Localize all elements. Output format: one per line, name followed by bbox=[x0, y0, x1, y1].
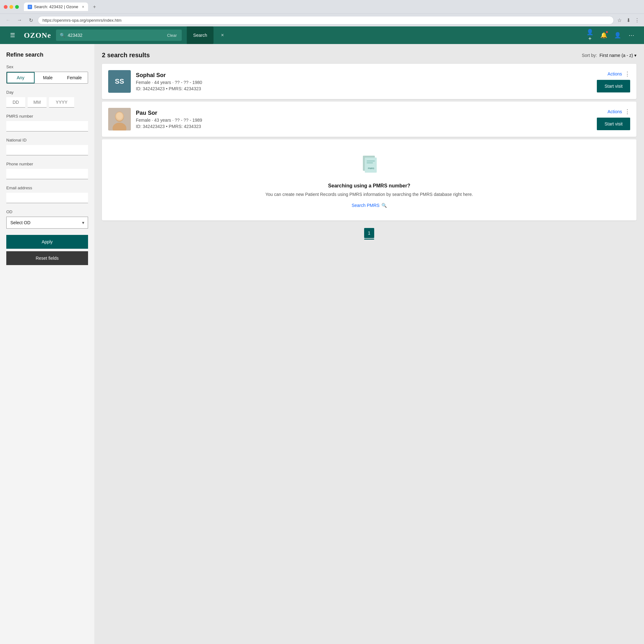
sex-label: Sex bbox=[6, 64, 88, 69]
actions-top: Actions ⋮ bbox=[608, 70, 630, 77]
pmrs-icon: PMRS bbox=[357, 152, 382, 177]
tab-title: Search: 423432 | Ozone bbox=[34, 4, 78, 9]
results-header: 2 search results Sort by: First name (a … bbox=[102, 52, 636, 59]
content-area: 2 search results Sort by: First name (a … bbox=[94, 44, 644, 644]
maximize-dot[interactable] bbox=[15, 5, 19, 9]
browser-titlebar: O Search: 423432 | Ozone × + bbox=[0, 0, 644, 14]
sex-male-button[interactable]: Male bbox=[35, 72, 61, 83]
address-text: https://openmrs-spa.org/openmrs/index.ht… bbox=[42, 18, 609, 23]
menu-icon[interactable]: ⋮ bbox=[634, 17, 640, 23]
email-input[interactable] bbox=[6, 193, 88, 203]
page-1-button[interactable]: 1 bbox=[364, 228, 374, 238]
tab-close-icon[interactable]: × bbox=[82, 5, 84, 9]
svg-rect-8 bbox=[367, 163, 373, 163]
pmrs-card-title: Searching using a PMRS number? bbox=[109, 183, 629, 189]
sort-label: Sort by: bbox=[582, 53, 597, 58]
toolbar-icons: ☆ ⬇ ⋮ bbox=[616, 17, 640, 23]
sex-female-button[interactable]: Female bbox=[61, 72, 88, 83]
od-filter: OD Select OD bbox=[6, 209, 88, 229]
search-pmrs-icon: 🔍 bbox=[381, 203, 387, 208]
date-fields bbox=[6, 97, 88, 108]
start-visit-button[interactable]: Start visit bbox=[597, 118, 630, 130]
pagination-wrapper: 1 bbox=[364, 228, 374, 240]
patient-info: Pau Sor Female · 43 years · ?? - ?? - 19… bbox=[136, 110, 592, 129]
app-header: ☰ OZONe 🔍 Clear Search × 👤+ 🔔 👤 ⋯ bbox=[0, 26, 644, 44]
patient-actions: Actions ⋮ Start visit bbox=[597, 108, 630, 130]
sort-dropdown[interactable]: First name (a - z) ▾ bbox=[599, 53, 636, 58]
browser-chrome: O Search: 423432 | Ozone × + ← → ↻ https… bbox=[0, 0, 644, 26]
pmrs-card: PMRS Searching using a PMRS number? You … bbox=[102, 139, 636, 220]
app-logo: OZONe bbox=[24, 31, 51, 40]
actions-dots-icon[interactable]: ⋮ bbox=[625, 108, 630, 115]
pmrs-card-description: You can create new Patient Records using… bbox=[109, 191, 629, 198]
day-label: Day bbox=[6, 90, 88, 95]
actions-link[interactable]: Actions bbox=[608, 71, 622, 76]
notification-button[interactable]: 🔔 bbox=[597, 29, 610, 42]
sex-any-button[interactable]: Any bbox=[7, 72, 35, 83]
pmrs-input[interactable] bbox=[6, 121, 88, 131]
clear-button[interactable]: Clear bbox=[166, 32, 178, 39]
mm-input[interactable] bbox=[28, 97, 47, 108]
od-select[interactable]: Select OD bbox=[6, 217, 88, 229]
browser-dots bbox=[4, 5, 19, 9]
svg-point-4 bbox=[116, 113, 123, 119]
actions-link[interactable]: Actions bbox=[608, 109, 622, 114]
search-pmrs-link[interactable]: Search PMRS 🔍 bbox=[352, 203, 387, 208]
svg-rect-7 bbox=[367, 161, 375, 161]
yyyy-input[interactable] bbox=[49, 97, 74, 108]
reset-button[interactable]: Reset fields bbox=[6, 251, 88, 265]
sidebar: Refine search Sex Any Male Female Day PM… bbox=[0, 44, 94, 644]
patient-details: Female · 43 years · ?? - ?? - 1989 bbox=[136, 118, 592, 123]
forward-button[interactable]: → bbox=[15, 16, 24, 25]
search-icon: 🔍 bbox=[60, 33, 65, 38]
header-icons: 👤+ 🔔 👤 ⋯ bbox=[584, 29, 638, 42]
address-bar[interactable]: https://openmrs-spa.org/openmrs/index.ht… bbox=[38, 16, 614, 25]
day-filter: Day bbox=[6, 90, 88, 108]
sidebar-title: Refine search bbox=[6, 52, 88, 58]
patient-actions: Actions ⋮ Start visit bbox=[597, 70, 630, 92]
pmrs-label: PMRS number bbox=[6, 114, 88, 119]
email-label: Email address bbox=[6, 186, 88, 190]
national-id-filter: National ID bbox=[6, 138, 88, 155]
phone-input[interactable] bbox=[6, 169, 88, 179]
tab-favicon: O bbox=[28, 5, 32, 9]
patient-card: Pau Sor Female · 43 years · ?? - ?? - 19… bbox=[102, 102, 636, 137]
browser-tab[interactable]: O Search: 423432 | Ozone × bbox=[24, 3, 88, 11]
profile-button[interactable]: 👤 bbox=[611, 29, 624, 42]
page-indicator bbox=[364, 239, 374, 240]
pagination: 1 bbox=[102, 228, 636, 240]
new-tab-button[interactable]: + bbox=[91, 3, 98, 11]
start-visit-button[interactable]: Start visit bbox=[597, 80, 630, 92]
results-count: 2 search results bbox=[102, 52, 150, 59]
avatar-photo bbox=[108, 108, 131, 130]
search-pmrs-label: Search PMRS bbox=[352, 203, 380, 208]
national-id-input[interactable] bbox=[6, 145, 88, 155]
sex-toggle: Any Male Female bbox=[6, 72, 88, 84]
patient-name: Sophal Sor bbox=[136, 72, 592, 79]
apps-button[interactable]: ⋯ bbox=[625, 29, 638, 42]
bookmark-icon[interactable]: ☆ bbox=[616, 17, 623, 23]
actions-dots-icon[interactable]: ⋮ bbox=[625, 70, 630, 77]
avatar-initials: SS bbox=[115, 77, 124, 86]
browser-toolbar: ← → ↻ https://openmrs-spa.org/openmrs/in… bbox=[0, 14, 644, 26]
actions-top: Actions ⋮ bbox=[608, 108, 630, 115]
menu-button[interactable]: ☰ bbox=[6, 29, 19, 42]
apply-button[interactable]: Apply bbox=[6, 235, 88, 249]
close-search-button[interactable]: × bbox=[219, 31, 226, 39]
minimize-dot[interactable] bbox=[9, 5, 13, 9]
patient-ids: ID: 342423423 • PMRS: 4234323 bbox=[136, 86, 592, 91]
sex-filter: Sex Any Male Female bbox=[6, 64, 88, 84]
patient-name: Pau Sor bbox=[136, 110, 592, 116]
search-button[interactable]: Search bbox=[187, 26, 213, 44]
patient-details: Female · 44 years · ?? - ?? - 1980 bbox=[136, 80, 592, 85]
close-dot[interactable] bbox=[4, 5, 8, 9]
refresh-button[interactable]: ↻ bbox=[26, 16, 35, 25]
search-input[interactable] bbox=[68, 30, 163, 41]
download-icon[interactable]: ⬇ bbox=[625, 17, 631, 23]
svg-rect-6 bbox=[365, 158, 377, 173]
patient-info: Sophal Sor Female · 44 years · ?? - ?? -… bbox=[136, 72, 592, 91]
add-user-button[interactable]: 👤+ bbox=[584, 29, 596, 42]
phone-filter: Phone number bbox=[6, 162, 88, 179]
dd-input[interactable] bbox=[6, 97, 25, 108]
back-button[interactable]: ← bbox=[4, 16, 13, 25]
